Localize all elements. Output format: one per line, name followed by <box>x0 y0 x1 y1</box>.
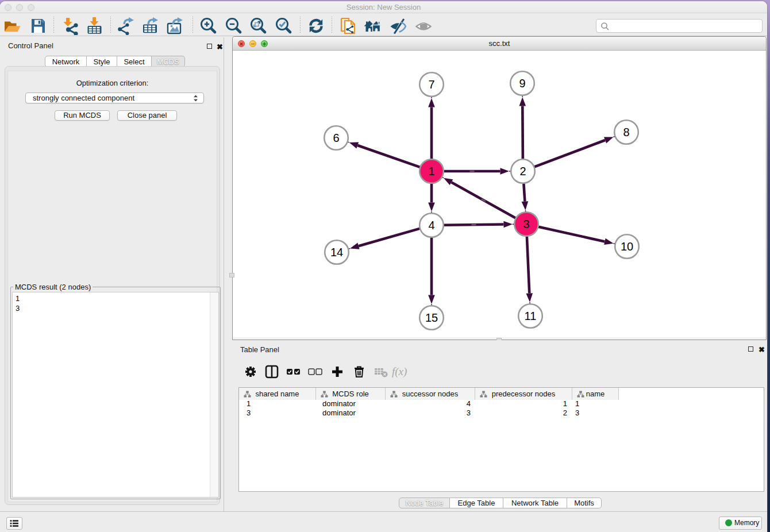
svg-text:4: 4 <box>428 219 434 232</box>
svg-text:10: 10 <box>621 240 633 253</box>
svg-text:2: 2 <box>519 165 526 178</box>
svg-text:1: 1 <box>428 165 434 178</box>
svg-text:6: 6 <box>333 132 339 144</box>
svg-text:14: 14 <box>330 246 343 259</box>
svg-text:7: 7 <box>428 78 434 91</box>
svg-text:11: 11 <box>525 310 537 322</box>
svg-text:8: 8 <box>623 126 629 138</box>
svg-text:3: 3 <box>523 218 529 230</box>
svg-text:15: 15 <box>425 311 438 324</box>
svg-text:9: 9 <box>519 77 525 90</box>
